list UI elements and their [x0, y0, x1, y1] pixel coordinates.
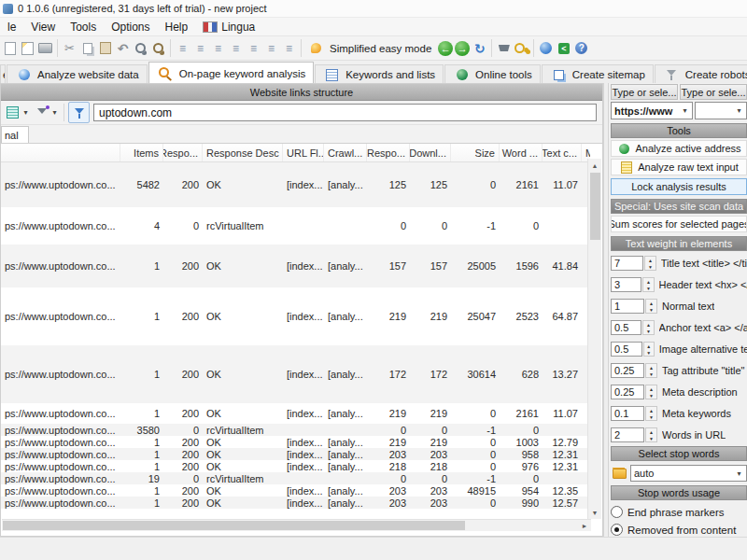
table-row[interactable]: ps://www.uptodown.co...40rcVirtualItem00… — [1, 207, 590, 245]
column-header-size[interactable]: Size — [451, 144, 500, 161]
spin-down-icon[interactable] — [643, 328, 653, 334]
spin-down-icon[interactable] — [645, 263, 655, 270]
table-row[interactable]: ps://www.uptodown.co...1200OK[index...[a… — [1, 484, 590, 497]
radio-option-end-phrase-markers[interactable]: End phrase markers — [611, 506, 747, 518]
spin-down-icon[interactable] — [644, 349, 654, 356]
key-icon[interactable] — [514, 40, 529, 56]
combo-header-2[interactable]: Type or sele... — [680, 84, 747, 100]
tab-e[interactable]: e — [0, 64, 6, 84]
cart-icon[interactable] — [496, 40, 512, 56]
stop-words-combo[interactable]: auto — [630, 465, 747, 482]
menu-item-le[interactable]: le — [0, 19, 23, 35]
spin-up-icon[interactable] — [646, 300, 656, 306]
table-row[interactable]: ps://www.uptodown.co...1200OK[index...[a… — [1, 245, 590, 287]
tab-create-robots-txt[interactable]: Create robots.txt — [655, 64, 747, 84]
column-header-crawl-[interactable]: Crawl... — [324, 144, 367, 161]
column-header-items[interactable]: Items — [120, 144, 163, 161]
refresh-icon[interactable] — [472, 40, 487, 56]
column-header-word-[interactable]: Word ... — [500, 144, 543, 161]
spin-down-icon[interactable] — [643, 285, 653, 291]
find-key-icon[interactable] — [133, 40, 148, 56]
spin-down-icon[interactable] — [646, 371, 656, 377]
table-row[interactable]: ps://www.uptodown.co...35800rcVirtualIte… — [1, 424, 590, 436]
column-header-text-c-[interactable]: Text c... — [543, 144, 582, 161]
column-header-downl-[interactable]: Downl... — [410, 144, 451, 161]
weight-value-input[interactable]: 2 — [611, 427, 644, 442]
tree-item-icon[interactable] — [175, 40, 190, 56]
replace-key-icon[interactable] — [150, 40, 166, 56]
horizontal-scroll-thumb[interactable] — [3, 521, 465, 530]
table-row[interactable]: ps://www.uptodown.co...1200OK[index...[a… — [1, 403, 590, 424]
spin-down-icon[interactable] — [646, 392, 656, 399]
tree-list-icon[interactable] — [210, 40, 226, 56]
tree-outdent-icon[interactable] — [263, 40, 279, 56]
table-row[interactable]: ps://www.uptodown.co...1200OK[index...[a… — [1, 287, 590, 345]
help-icon[interactable] — [573, 40, 589, 56]
analyze-active-address-button[interactable]: Analyze active address — [611, 140, 747, 157]
filter-dropdown[interactable] — [32, 103, 60, 122]
view-mode-dropdown[interactable] — [3, 103, 31, 122]
vertical-scrollbar[interactable] — [587, 159, 601, 519]
menu-item-lingua[interactable]: Lingua — [195, 19, 262, 35]
cut-icon[interactable] — [62, 40, 78, 56]
tab-analyze-website-data[interactable]: Analyze website data — [7, 64, 148, 84]
column-header-response-desc[interactable]: Response Desc — [203, 144, 283, 161]
menu-item-view[interactable]: View — [23, 19, 63, 35]
scroll-up-button[interactable] — [588, 159, 601, 172]
scroll-right-button[interactable] — [578, 520, 591, 531]
horizontal-scrollbar[interactable] — [2, 519, 591, 531]
tree-add-icon[interactable] — [192, 40, 208, 56]
spin-up-icon[interactable] — [643, 321, 653, 328]
copy-icon[interactable] — [79, 40, 95, 56]
tab-create-sitemap[interactable]: Create sitemap — [542, 64, 654, 84]
doc-icon[interactable] — [2, 40, 18, 56]
table-row[interactable]: ps://www.uptodown.co...1200OK[index...[a… — [1, 448, 590, 460]
spin-down-icon[interactable] — [646, 413, 656, 420]
tab-on-page-keyword-analysis[interactable]: On-page keyword analysis — [148, 62, 315, 84]
lock-analysis-results-button[interactable]: Lock analysis results — [611, 178, 747, 195]
share-icon[interactable] — [556, 40, 571, 56]
spin-down-icon[interactable] — [646, 435, 656, 441]
column-header-respo-[interactable]: Respo... — [367, 144, 410, 161]
spin-up-icon[interactable] — [646, 385, 656, 392]
weight-value-input[interactable]: 0.5 — [611, 320, 641, 335]
open-folder-icon[interactable] — [612, 466, 627, 482]
tab-keywords-and-lists[interactable]: Keywords and lists — [315, 64, 444, 84]
spin-up-icon[interactable] — [646, 428, 656, 435]
weight-value-input[interactable]: 0.25 — [611, 363, 644, 378]
table-row[interactable]: ps://www.uptodown.co...1200OK[index...[a… — [1, 460, 590, 472]
menu-item-help[interactable]: Help — [158, 19, 196, 35]
domain-combo[interactable] — [695, 102, 747, 119]
paste-icon[interactable] — [97, 40, 113, 56]
column-header-url[interactable] — [1, 144, 120, 161]
protocol-combo[interactable]: https://www — [611, 102, 693, 119]
table-row[interactable]: ps://www.uptodown.co...1200OK[index...[a… — [1, 345, 590, 403]
weight-value-input[interactable]: 7 — [611, 256, 643, 271]
undo-icon[interactable] — [115, 40, 131, 56]
browser-icon[interactable] — [538, 40, 554, 56]
spin-up-icon[interactable] — [646, 407, 656, 413]
table-row[interactable]: ps://www.uptodown.co...190rcVirtualItem0… — [1, 472, 590, 484]
spin-down-icon[interactable] — [646, 306, 656, 313]
table-row[interactable]: ps://www.uptodown.co...1200OK[index...[a… — [1, 436, 590, 448]
weight-value-input[interactable]: 0.1 — [611, 406, 644, 421]
tree-end-icon[interactable] — [281, 40, 297, 56]
tab-internal[interactable]: nal — [1, 126, 29, 143]
simplified-easy-mode-button[interactable]: Simplified easy mode — [304, 39, 437, 57]
tab-online-tools[interactable]: Online tools — [444, 64, 541, 84]
print-icon[interactable] — [37, 40, 53, 56]
forward-icon[interactable] — [455, 41, 470, 56]
menu-item-options[interactable]: Options — [104, 19, 157, 35]
spin-up-icon[interactable] — [645, 257, 655, 263]
table-row[interactable]: ps://www.uptodown.co...5482200OK[index..… — [1, 162, 590, 207]
combo-header-1[interactable]: Type or sele... — [611, 84, 678, 100]
address-input[interactable] — [93, 104, 597, 121]
filter-toggle-button[interactable] — [68, 102, 90, 123]
weight-value-input[interactable]: 1 — [611, 299, 644, 314]
back-icon[interactable] — [438, 41, 453, 56]
sum-scores-button[interactable]: Sum scores for selected pages — [611, 216, 747, 232]
weight-value-input[interactable]: 0.25 — [611, 385, 644, 399]
spin-up-icon[interactable] — [644, 343, 654, 349]
scroll-down-button[interactable] — [588, 506, 601, 519]
analyze-raw-text-button[interactable]: Analyze raw text input — [611, 159, 747, 175]
